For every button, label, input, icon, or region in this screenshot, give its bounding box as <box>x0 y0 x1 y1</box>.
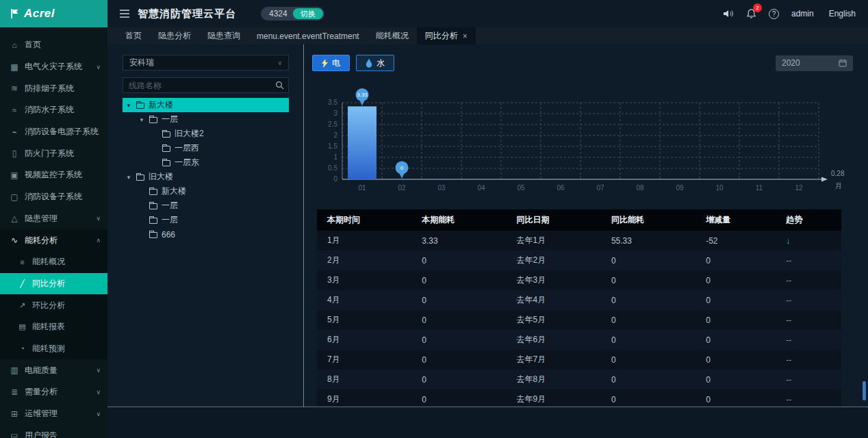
tab-item[interactable]: 隐患分析 <box>150 27 199 44</box>
table-header-cell: 本期时间 <box>317 209 411 231</box>
smoke-exhaust-icon: ≋ <box>10 83 19 93</box>
trend-none: -- <box>786 355 791 365</box>
sidebar-item[interactable]: ▥电能质量∨ <box>0 359 107 381</box>
sidebar-item[interactable]: ∿能耗分析∧ <box>0 229 107 251</box>
svg-text:01: 01 <box>358 184 366 192</box>
water-button[interactable]: 水 <box>356 55 394 71</box>
sidebar-item[interactable]: ▭用户报告 <box>0 424 107 438</box>
tree-node[interactable]: 一层 <box>123 213 289 227</box>
search-icon[interactable] <box>270 78 288 92</box>
tab-item[interactable]: 同比分析× <box>417 27 476 44</box>
expand-arrow-icon: ▾ <box>138 116 145 123</box>
tab-item[interactable]: 能耗概况 <box>368 27 417 44</box>
sidebar-item[interactable]: ⊞运维管理∨ <box>0 403 107 425</box>
table-row: 2月0去年2月00-- <box>317 250 841 270</box>
sidebar-item[interactable]: ⌁消防设备电源子系统 <box>0 121 107 143</box>
tab-item[interactable]: 首页 <box>117 27 150 44</box>
app-root: Acrel ⌂首页▦电气火灾子系统∨≋防排烟子系统≈消防水子系统⌁消防设备电源子… <box>0 0 868 438</box>
help-icon[interactable]: ? <box>769 9 779 19</box>
notification-bell-icon[interactable]: 2 <box>746 8 756 19</box>
year-value: 2020 <box>782 58 800 68</box>
content-area: 安科瑞 ∨ ▾新大楼▾一层旧大楼2一层西一层东▾旧大楼新大楼一层一层666 电 <box>107 44 868 407</box>
electric-button[interactable]: 电 <box>312 55 350 71</box>
ops-icon: ⊞ <box>10 409 19 419</box>
tab-item[interactable]: 隐患查询 <box>199 27 248 44</box>
scrollbar-thumb[interactable] <box>863 381 866 400</box>
sidebar-item[interactable]: ▯防火门子系统 <box>0 142 107 164</box>
trend-cell: -- <box>776 350 841 370</box>
sidebar-item[interactable]: ≣需量分析∨ <box>0 381 107 403</box>
tree-node[interactable]: 666 <box>123 227 289 242</box>
electric-fire-icon: ▦ <box>10 62 19 72</box>
tree-node-label: 一层 <box>162 200 178 211</box>
project-select[interactable]: 安科瑞 ∨ <box>123 55 289 70</box>
video-monitor-icon: ▣ <box>10 170 19 180</box>
table-cell: 7月 <box>317 350 411 370</box>
svg-text:09: 09 <box>676 184 684 192</box>
sidebar-item[interactable]: ≈消防水子系统 <box>0 99 107 121</box>
chevron-down-icon: ∨ <box>277 60 282 66</box>
trend-none: -- <box>786 395 791 404</box>
volume-icon[interactable] <box>723 9 734 18</box>
page-background <box>107 407 868 438</box>
table-cell: 6月 <box>317 330 411 350</box>
sidebar-subitem-label: 能耗报表 <box>32 321 65 333</box>
tree-node[interactable]: ▾一层 <box>123 112 289 127</box>
chevron-up-icon: ∧ <box>96 237 101 244</box>
svg-text:2.5: 2.5 <box>328 120 337 128</box>
table-cell: 55.33 <box>601 231 695 250</box>
table-cell: 5月 <box>317 310 411 330</box>
sidebar-subitem[interactable]: ◔能耗预测 <box>0 338 107 360</box>
tab-close-icon[interactable]: × <box>463 31 468 41</box>
sidebar-item[interactable]: ≋防排烟子系统 <box>0 77 107 99</box>
sidebar-submenu: ≡能耗概况╱同比分析↗环比分析▤能耗报表◔能耗预测 <box>0 251 107 359</box>
tree-node[interactable]: 旧大楼2 <box>123 127 289 141</box>
svg-text:07: 07 <box>596 184 604 192</box>
sidebar-subitem[interactable]: ↗环比分析 <box>0 294 107 316</box>
sidebar-nav: ⌂首页▦电气火灾子系统∨≋防排烟子系统≈消防水子系统⌁消防设备电源子系统▯防火门… <box>0 27 107 438</box>
sidebar-item[interactable]: △隐患管理∨ <box>0 208 107 230</box>
sidebar-item[interactable]: ⌂首页 <box>0 34 107 56</box>
table-cell: 2月 <box>317 250 411 270</box>
expand-arrow-icon: ▾ <box>125 102 132 109</box>
svg-text:1: 1 <box>333 153 337 161</box>
tree-node[interactable]: 一层东 <box>123 155 289 170</box>
sidebar-item[interactable]: ▣视频监控子系统 <box>0 164 107 186</box>
tree-node[interactable]: 一层西 <box>123 141 289 155</box>
table-header-cell: 同比能耗 <box>601 209 695 231</box>
tab-item[interactable]: menu.event.eventTreatment <box>248 27 368 44</box>
tree-node[interactable]: 新大楼 <box>123 184 289 198</box>
year-picker[interactable]: 2020 <box>776 55 853 71</box>
username[interactable]: admin <box>791 9 814 18</box>
tree-node-label: 旧大楼2 <box>175 128 204 140</box>
brand-name: Acrel <box>24 7 55 21</box>
search-input[interactable] <box>123 81 270 90</box>
sidebar-subitem[interactable]: ≡能耗概况 <box>0 251 107 273</box>
sidebar-item[interactable]: ▦电气火灾子系统∨ <box>0 56 107 78</box>
tree-node-label: 新大楼 <box>149 99 173 111</box>
main-column: 智慧消防管理云平台 4324 切换 2 ? admin English 首页隐患… <box>107 0 868 438</box>
svg-text:0.5: 0.5 <box>328 164 337 172</box>
menu-collapse-icon[interactable] <box>120 10 129 18</box>
table-cell: 去年7月 <box>507 350 601 370</box>
sidebar-subitem[interactable]: ╱同比分析 <box>0 273 107 295</box>
electric-button-label: 电 <box>332 57 340 69</box>
table-cell: 9月 <box>317 389 411 407</box>
trend-cell: -- <box>776 370 841 389</box>
svg-text:2: 2 <box>333 131 337 139</box>
tree-node-label: 一层 <box>162 114 178 125</box>
table-cell: 0 <box>601 370 695 389</box>
sidebar-subitem[interactable]: ▤能耗报表 <box>0 316 107 338</box>
forecast-icon: ◔ <box>18 344 27 352</box>
tree-node[interactable]: ▾旧大楼 <box>123 170 289 184</box>
brand-logo: Acrel <box>0 0 107 27</box>
energy-report-icon: ▤ <box>18 322 27 331</box>
tree-node[interactable]: 一层 <box>123 198 289 213</box>
switch-button[interactable]: 切换 <box>293 8 323 19</box>
table-cell: 去年4月 <box>507 290 601 310</box>
sidebar-item[interactable]: ▢消防设备子系统 <box>0 186 107 208</box>
sidebar-item-label: 电能质量 <box>25 365 90 376</box>
tree-node[interactable]: ▾新大楼 <box>123 98 289 112</box>
folder-icon <box>136 175 144 181</box>
language-switch[interactable]: English <box>829 9 856 18</box>
